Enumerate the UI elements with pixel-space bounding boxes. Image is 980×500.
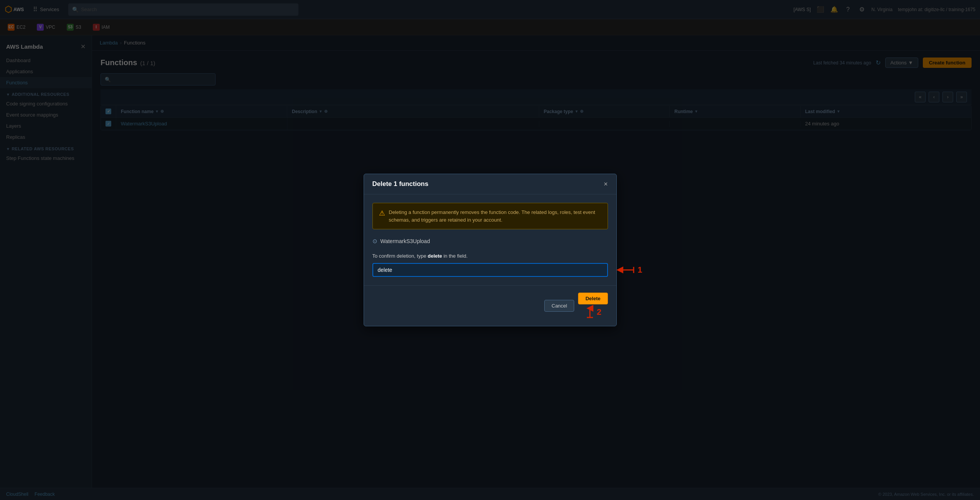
function-name-label: WatermarkS3Upload [380,238,430,244]
modal-body: ⚠ Deleting a function permanently remove… [364,194,616,277]
arrow2-svg [585,305,595,319]
cancel-button[interactable]: Cancel [544,300,574,312]
delete-modal: Delete 1 functions × ⚠ Deleting a functi… [364,174,617,326]
delete-button[interactable]: Delete [578,293,608,304]
modal-header: Delete 1 functions × [364,174,616,194]
arrow2-annotation: 2 [585,305,601,319]
function-name-row: ⊙ WatermarkS3Upload [372,238,608,245]
arrow1-svg [617,265,635,275]
arrow1-annotation: 1 [617,265,642,275]
confirm-section: To confirm deletion, type delete in the … [372,252,608,277]
modal-overlay: Delete 1 functions × ⚠ Deleting a functi… [0,0,980,500]
confirm-input-row: 1 [372,263,608,277]
function-icon: ⊙ [372,238,377,245]
confirm-delete-input[interactable] [372,263,608,277]
confirm-label: To confirm deletion, type delete in the … [372,252,608,260]
warning-text: Deleting a function permanently removes … [389,209,601,224]
warning-icon: ⚠ [379,209,385,217]
warning-box: ⚠ Deleting a function permanently remove… [372,203,608,229]
modal-title: Delete 1 functions [372,180,428,188]
arrow2-label-text: 2 [597,307,601,317]
modal-footer: Cancel Delete 2 [364,285,616,326]
delete-button-container: Delete 2 [578,293,608,319]
modal-close-button[interactable]: × [604,181,608,188]
arrow1-label: 1 [637,265,642,275]
